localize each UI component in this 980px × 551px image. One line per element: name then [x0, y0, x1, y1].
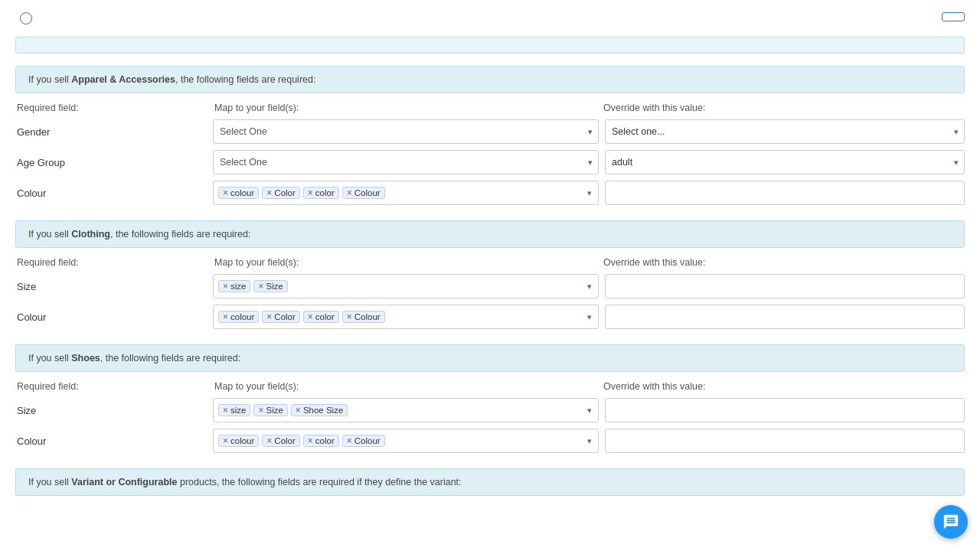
- tag: ×colour: [218, 311, 259, 323]
- tag-label: Colour: [354, 188, 381, 197]
- section-header-shoes: If you sell Shoes, the following fields …: [15, 344, 965, 372]
- multiselect-arrow-icon: ▾: [587, 282, 592, 292]
- fields-header-row: Required field:Map to your field(s):Over…: [15, 257, 965, 268]
- map-field-multiselect[interactable]: ×colour×Color×color×Colour▾: [213, 305, 599, 329]
- tag-remove-icon[interactable]: ×: [223, 312, 228, 321]
- map_field_label-label: Map to your field(s):: [214, 103, 597, 113]
- tag-label: colour: [230, 436, 254, 445]
- tag-remove-icon[interactable]: ×: [223, 282, 228, 291]
- tag-label: Size: [266, 406, 283, 415]
- tag-label: Shoe Size: [303, 406, 343, 415]
- tag: ×color: [303, 187, 339, 199]
- override-input[interactable]: [605, 274, 965, 298]
- map-field-select-wrapper: Select One▾: [213, 150, 599, 174]
- tag-remove-icon[interactable]: ×: [347, 436, 352, 445]
- tag-remove-icon[interactable]: ×: [308, 188, 313, 197]
- multiselect-arrow-icon: ▾: [587, 188, 592, 198]
- tag: ×colour: [218, 435, 259, 447]
- tag-remove-icon[interactable]: ×: [266, 312, 272, 321]
- map-field-select-wrapper: Select One▾: [213, 119, 599, 144]
- field-row: Colour×colour×Color×color×Colour▾: [15, 305, 965, 329]
- tag-remove-icon[interactable]: ×: [223, 406, 228, 415]
- section-header-clothing: If you sell Clothing, the following fiel…: [15, 220, 965, 248]
- tag-label: color: [315, 436, 335, 445]
- override-input[interactable]: [605, 429, 965, 453]
- map-field-multiselect[interactable]: ×colour×Color×color×Colour▾: [213, 181, 599, 205]
- tag: ×Colour: [342, 435, 385, 447]
- page-header: [15, 12, 965, 28]
- field-row: Age GroupSelect One▾Select one...adultki…: [15, 150, 965, 174]
- section-apparel: If you sell Apparel & Accessories, the f…: [15, 66, 965, 205]
- tag-label: size: [230, 282, 246, 291]
- override-select[interactable]: Select one...adultkidsinfant: [605, 150, 965, 174]
- tag: ×Color: [262, 311, 300, 323]
- section-variant: If you sell Variant or Configurable prod…: [15, 468, 965, 496]
- tag-remove-icon[interactable]: ×: [266, 436, 272, 445]
- field-label-colour: Colour: [15, 431, 207, 452]
- fields-header-row: Required field:Map to your field(s):Over…: [15, 103, 965, 113]
- multiselect-arrow-icon: ▾: [587, 312, 592, 322]
- field-row: GenderSelect One▾Select one...MaleFemale…: [15, 119, 965, 144]
- override_label-label: Override with this value:: [603, 103, 963, 113]
- tag-remove-icon[interactable]: ×: [347, 312, 352, 321]
- field-row: Colour×colour×Color×color×Colour▾: [15, 429, 965, 453]
- field-row: Colour×colour×Color×color×Colour▾: [15, 181, 965, 205]
- multiselect-arrow-icon: ▾: [587, 436, 592, 446]
- map-field-multiselect[interactable]: ×colour×Color×color×Colour▾: [213, 429, 599, 453]
- override-input[interactable]: [605, 305, 965, 329]
- tag-label: color: [315, 188, 335, 197]
- override-select[interactable]: Select one...MaleFemaleUnisex: [605, 119, 965, 144]
- tag-remove-icon[interactable]: ×: [223, 436, 228, 445]
- tag-label: colour: [230, 188, 254, 197]
- tag-remove-icon[interactable]: ×: [266, 188, 272, 197]
- override_label-label: Override with this value:: [603, 257, 963, 268]
- override-input[interactable]: [605, 181, 965, 205]
- section-clothing: If you sell Clothing, the following fiel…: [15, 220, 965, 329]
- tag-remove-icon[interactable]: ×: [258, 406, 263, 415]
- map-field-multiselect[interactable]: ×size×Size▾: [213, 274, 599, 298]
- tag-label: Color: [274, 188, 295, 197]
- field-label-age group: Age Group: [15, 152, 207, 173]
- tag: ×Size: [253, 280, 287, 292]
- section-header-variant: If you sell Variant or Configurable prod…: [15, 468, 965, 496]
- tag-label: Size: [266, 282, 283, 291]
- tag-remove-icon[interactable]: ×: [308, 436, 313, 445]
- tag-remove-icon[interactable]: ×: [296, 406, 301, 415]
- tag-remove-icon[interactable]: ×: [308, 312, 313, 321]
- tag: ×Shoe Size: [291, 404, 348, 416]
- section-header-apparel: If you sell Apparel & Accessories, the f…: [15, 66, 965, 93]
- map-field-select[interactable]: Select One: [213, 119, 599, 144]
- section-shoes: If you sell Shoes, the following fields …: [15, 344, 965, 453]
- chat-button[interactable]: [934, 505, 968, 523]
- tag-remove-icon[interactable]: ×: [347, 188, 352, 197]
- field-row: Size×size×Size▾: [15, 274, 965, 298]
- tag: ×Colour: [342, 187, 385, 199]
- field-label-colour: Colour: [15, 183, 207, 204]
- tag: ×Color: [262, 187, 300, 199]
- override_label-label: Override with this value:: [603, 381, 963, 392]
- map-field-select[interactable]: Select One: [213, 150, 599, 174]
- tag: ×size: [218, 280, 250, 292]
- tag-remove-icon[interactable]: ×: [258, 282, 263, 291]
- tag-label: Colour: [354, 436, 381, 445]
- tag: ×Size: [253, 404, 287, 416]
- override-select-wrapper: Select one...adultkidsinfant▾: [605, 150, 965, 174]
- fields-header-row: Required field:Map to your field(s):Over…: [15, 381, 965, 392]
- tag-remove-icon[interactable]: ×: [223, 188, 228, 197]
- tag: ×color: [303, 311, 339, 323]
- map-field-multiselect[interactable]: ×size×Size×Shoe Size▾: [213, 398, 599, 422]
- override-input[interactable]: [605, 398, 965, 422]
- field-label-gender: Gender: [15, 122, 207, 142]
- help-icon[interactable]: [20, 12, 32, 24]
- page-tour-button[interactable]: [942, 12, 965, 21]
- field-row: Size×size×Size×Shoe Size▾: [15, 398, 965, 422]
- required_field_label-label: Required field:: [17, 103, 208, 113]
- field-label-size: Size: [15, 400, 207, 421]
- tag: ×Colour: [342, 311, 385, 323]
- tag: ×size: [218, 404, 250, 416]
- field-label-size: Size: [15, 276, 207, 297]
- map_field_label-label: Map to your field(s):: [214, 257, 597, 268]
- tag: ×Color: [262, 435, 300, 447]
- override-select-wrapper: Select one...MaleFemaleUnisex▾: [605, 119, 965, 144]
- tag: ×colour: [218, 187, 259, 199]
